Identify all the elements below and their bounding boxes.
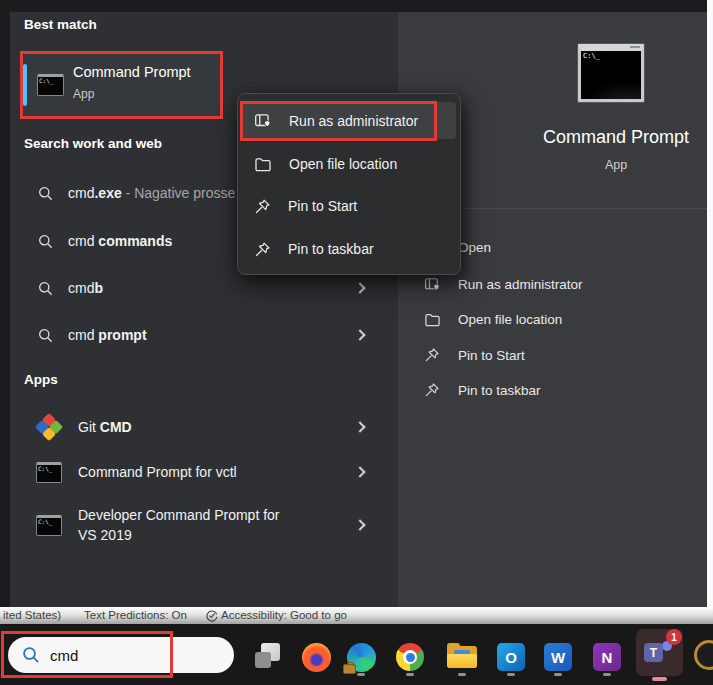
- firefox-icon[interactable]: [302, 643, 331, 672]
- action-label: Pin to taskbar: [458, 383, 541, 398]
- desktop-edge: [707, 0, 713, 612]
- outlook-icon[interactable]: O: [497, 643, 525, 671]
- search-icon: [22, 646, 40, 664]
- search-icon: [38, 234, 53, 249]
- apps-header: Apps: [24, 372, 58, 387]
- search-web-header: Search work and web: [24, 136, 162, 151]
- cmd-icon-text: C:\_: [38, 465, 52, 472]
- suggestion-text: cmdb: [68, 280, 103, 296]
- action-run-as-administrator[interactable]: Run as administrator: [424, 269, 704, 299]
- running-indicator: [357, 673, 365, 676]
- action-open-file-location[interactable]: Open file location: [424, 304, 704, 334]
- notification-badge: 1: [666, 629, 682, 645]
- text-predictions-status[interactable]: Text Predictions: On: [84, 609, 187, 621]
- running-indicator: [507, 673, 515, 676]
- accessibility-status[interactable]: Accessibility: Good to go: [221, 609, 347, 621]
- chevron-right-icon[interactable]: [354, 329, 365, 340]
- app-item-developer-command-prompt[interactable]: C:\_ Developer Command Prompt for VS 201…: [10, 494, 398, 556]
- chevron-right-icon[interactable]: [354, 421, 365, 432]
- selection-accent-bar: [23, 64, 27, 106]
- app-item-label: Git CMD: [78, 419, 132, 435]
- running-indicator: [603, 673, 611, 676]
- git-icon: [36, 414, 62, 440]
- menu-item-label: Pin to taskbar: [288, 241, 374, 257]
- menu-item-open-file-location[interactable]: Open file location: [242, 146, 456, 182]
- teams-icon[interactable]: T 1: [636, 629, 683, 676]
- suggestion-text: cmd commands: [68, 233, 172, 249]
- best-match-header: Best match: [24, 17, 97, 32]
- folder-icon: [424, 312, 441, 327]
- file-explorer-icon[interactable]: [447, 643, 477, 668]
- action-label: Run as administrator: [458, 277, 583, 292]
- search-icon: [38, 281, 53, 296]
- edge-icon[interactable]: [347, 643, 376, 672]
- pin-icon: [254, 241, 271, 258]
- teams-logo: T: [644, 643, 663, 662]
- taskbar-search-input[interactable]: [50, 647, 200, 664]
- cmd-icon-text: C:\_: [583, 52, 600, 60]
- onenote-letter: N: [602, 649, 613, 666]
- action-label: Pin to Start: [458, 348, 525, 363]
- pin-icon: [424, 382, 441, 398]
- chevron-right-icon[interactable]: [354, 466, 365, 477]
- running-indicator: [406, 673, 414, 676]
- word-icon[interactable]: W: [544, 643, 572, 671]
- command-prompt-icon: C:\_: [36, 515, 62, 536]
- chevron-right-icon[interactable]: [354, 282, 365, 293]
- menu-item-run-as-administrator[interactable]: Run as administrator: [242, 102, 456, 139]
- command-prompt-large-icon: C:\_: [578, 44, 644, 102]
- action-pin-to-taskbar[interactable]: Pin to taskbar: [424, 375, 704, 405]
- menu-item-label: Run as administrator: [289, 113, 418, 129]
- suggestion-text: cmd.exe - Nagative prosse: [68, 185, 235, 201]
- app-item-label: Command Prompt for vctl: [78, 464, 237, 480]
- action-label: Open: [458, 240, 491, 255]
- app-item-command-prompt-vctl[interactable]: C:\_ Command Prompt for vctl: [10, 450, 398, 494]
- running-indicator: [458, 673, 466, 676]
- action-open[interactable]: Open: [424, 232, 704, 262]
- outlook-letter: O: [505, 649, 517, 666]
- input-status-bar: ited States) Text Predictions: On Access…: [0, 607, 713, 624]
- app-item-git-cmd[interactable]: Git CMD: [10, 405, 398, 449]
- pin-icon: [254, 198, 271, 215]
- chevron-right-icon[interactable]: [354, 519, 365, 530]
- folder-front: [447, 654, 477, 668]
- command-prompt-icon: C:\_: [37, 74, 64, 96]
- cmd-icon-text: C:\_: [38, 518, 52, 525]
- best-match-title: Command Prompt: [73, 64, 191, 80]
- preview-subtitle: App: [510, 158, 713, 172]
- action-pin-to-start[interactable]: Pin to Start: [424, 340, 704, 370]
- taskbar-search-box[interactable]: [8, 637, 234, 673]
- app-item-label: Developer Command Prompt for VS 2019: [78, 505, 292, 545]
- accessibility-icon: [205, 609, 218, 622]
- folder-icon: [254, 156, 272, 172]
- best-match-subtitle: App: [73, 87, 94, 101]
- action-label: Open file location: [458, 312, 562, 327]
- search-icon: [38, 186, 53, 201]
- context-menu: Run as administrator Open file location …: [237, 93, 461, 275]
- work-profile-briefcase-icon: [343, 664, 356, 674]
- preview-title: Command Prompt: [510, 127, 713, 148]
- command-prompt-icon: C:\_: [36, 462, 62, 483]
- suggestion-text: cmd prompt: [68, 327, 147, 343]
- clipped-app-icon[interactable]: [694, 640, 713, 670]
- word-letter: W: [551, 649, 565, 666]
- windows-search-screen: C:\_ Command Prompt App Open Run as admi…: [0, 0, 713, 685]
- menu-item-pin-to-taskbar[interactable]: Pin to taskbar: [242, 231, 456, 267]
- task-view-button[interactable]: [255, 643, 281, 670]
- running-indicator-active: [652, 677, 667, 681]
- run-as-admin-icon: [254, 112, 272, 130]
- menu-item-pin-to-start[interactable]: Pin to Start: [242, 188, 456, 224]
- pin-icon: [424, 347, 441, 363]
- run-as-admin-icon: [424, 276, 441, 293]
- taskbar: O W N T 1: [0, 624, 713, 685]
- task-view-icon: [255, 652, 271, 668]
- running-indicator: [554, 673, 562, 676]
- search-suggestion-cmd-prompt[interactable]: cmd prompt: [10, 312, 398, 358]
- chrome-icon[interactable]: [396, 643, 424, 671]
- onenote-icon[interactable]: N: [593, 643, 621, 671]
- language-status: ited States): [3, 609, 61, 621]
- menu-item-label: Open file location: [289, 156, 397, 172]
- menu-item-label: Pin to Start: [288, 198, 357, 214]
- search-icon: [38, 328, 53, 343]
- cmd-icon-text: C:\_: [39, 77, 53, 84]
